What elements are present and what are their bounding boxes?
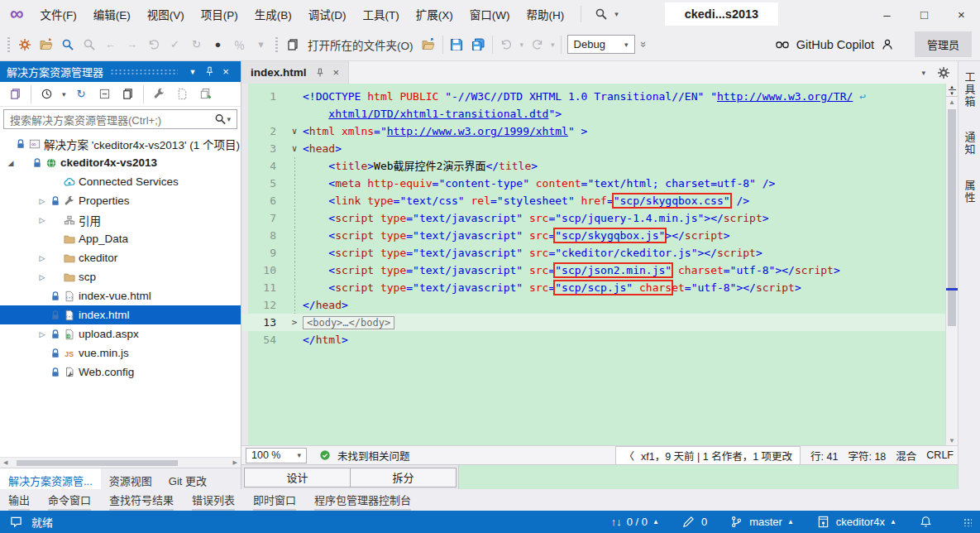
scroll-up-icon[interactable]: ▲: [946, 98, 958, 106]
switch-views-icon[interactable]: [7, 86, 23, 102]
line-indicator[interactable]: 行: 41: [810, 448, 838, 463]
tree-item-scp[interactable]: ▷scp: [0, 267, 241, 286]
tree-expander-icon[interactable]: ▷: [36, 216, 48, 224]
tree-expander-icon[interactable]: ▷: [36, 273, 48, 281]
titlebar-search[interactable]: ▾: [590, 7, 622, 22]
menu-item[interactable]: 文件(F): [31, 2, 84, 26]
collapse-all-icon[interactable]: [97, 86, 112, 102]
tree-expander-icon[interactable]: ◢: [5, 159, 17, 167]
feedback-bubble-icon[interactable]: [8, 514, 24, 530]
caret-icon[interactable]: ▾: [253, 36, 269, 52]
tree-item--[interactable]: ▷引用: [0, 210, 241, 229]
redo-dropdown-icon[interactable]: ▾: [551, 41, 555, 49]
vertical-scrollbar[interactable]: ▴▾ ▲ ▼: [945, 84, 958, 445]
undo-small-icon[interactable]: [146, 36, 161, 52]
breakpoint-icon[interactable]: ●: [210, 36, 226, 52]
menu-item[interactable]: 项目(P): [193, 2, 246, 26]
bottom-tab-查找符号结果[interactable]: 查找符号结果: [109, 492, 174, 511]
show-all-files-icon[interactable]: [174, 86, 190, 102]
bottom-tab-错误列表[interactable]: 错误列表: [192, 492, 235, 511]
fold-toggle-icon[interactable]: >: [286, 314, 303, 331]
forward-icon[interactable]: →: [124, 36, 140, 52]
open-file-icon[interactable]: [38, 36, 54, 52]
bottom-tab-程序包管理器控制台[interactable]: 程序包管理器控制台: [314, 492, 411, 511]
tree-item-upload.aspx[interactable]: ▷upload.aspx: [0, 324, 241, 343]
code-line-3[interactable]: 3∨<head>: [241, 140, 945, 157]
chevron-down-icon[interactable]: ▾: [614, 10, 619, 18]
toolbar-overflow-button[interactable]: »: [638, 41, 650, 47]
tree-item-ckeditor4x-vs2013[interactable]: ◢ckeditor4x-vs2013: [0, 153, 241, 172]
tree-item-connected-services[interactable]: Connected Services: [0, 172, 241, 191]
side-tab-通知[interactable]: 通知: [962, 132, 978, 156]
git-repo-selector[interactable]: ckeditor4x ▲: [815, 514, 896, 530]
sync-active-icon[interactable]: [198, 86, 213, 102]
documents-icon[interactable]: [284, 36, 300, 52]
tree-expander-icon[interactable]: ▷: [36, 197, 48, 205]
scroll-right-icon[interactable]: ▶: [233, 459, 237, 466]
pending-edits-status[interactable]: 0: [681, 514, 707, 530]
toolbar-grip[interactable]: [275, 36, 279, 53]
tree-expander-icon[interactable]: ▷: [36, 254, 48, 262]
code-line-7[interactable]: 7 <script type="text/javascript" src="sc…: [241, 209, 945, 227]
toolbar-grip[interactable]: [7, 36, 11, 53]
resize-grip[interactable]: [963, 518, 972, 526]
tree-item-index-vue.html[interactable]: index-vue.html: [0, 286, 241, 305]
save-button[interactable]: [449, 36, 465, 52]
panel-tab--[interactable]: 资源视图: [101, 468, 160, 489]
horizontal-scrollbar[interactable]: ◀ ▶: [0, 457, 241, 468]
bottom-tab-即时窗口[interactable]: 即时窗口: [253, 492, 296, 511]
refresh-icon[interactable]: ↻: [74, 86, 89, 102]
code-line-1[interactable]: 1<!DOCTYPE html PUBLIC "-//W3C//DTD XHTM…: [241, 88, 945, 105]
tab-index-html[interactable]: index.html ×: [241, 61, 349, 84]
document-health[interactable]: 未找到相关问题: [317, 448, 410, 463]
menu-item[interactable]: 扩展(X): [408, 2, 461, 26]
properties-pages-icon[interactable]: [120, 86, 136, 102]
code-editor[interactable]: 1<!DOCTYPE html PUBLIC "-//W3C//DTD XHTM…: [241, 84, 958, 445]
scroll-left-icon[interactable]: ◀: [3, 459, 7, 466]
view-button-拆分[interactable]: 拆分: [350, 468, 457, 487]
menu-item[interactable]: 调试(D): [300, 2, 355, 26]
bottom-tab-输出[interactable]: 输出: [8, 492, 30, 511]
history-icon[interactable]: [39, 86, 55, 102]
fold-toggle-icon[interactable]: ∨: [286, 140, 303, 157]
search-icon[interactable]: [214, 113, 227, 126]
active-files-dropdown-icon[interactable]: ▾: [921, 69, 925, 77]
code-line-12[interactable]: 12</head>: [241, 296, 945, 314]
chevron-down-icon[interactable]: ▾: [227, 115, 231, 123]
scrollbar-thumb[interactable]: [948, 109, 956, 326]
undo-button[interactable]: [499, 36, 514, 52]
git-blame-info[interactable]: 〈 xf1，9 天前 | 1 名作者，1 项更改: [615, 446, 801, 465]
menu-item[interactable]: 帮助(H): [518, 2, 572, 26]
git-branch-selector[interactable]: master ▲: [729, 514, 794, 530]
chevron-down-icon[interactable]: ▾: [62, 90, 66, 98]
code-line-8[interactable]: 8 <script type="text/javascript" src="sc…: [241, 227, 945, 244]
refresh-doc-icon[interactable]: ↻: [189, 36, 204, 52]
split-editor-handle[interactable]: ▴▾: [946, 84, 958, 97]
maximize-button[interactable]: □: [906, 0, 943, 28]
code-line-4[interactable]: 4 <title>Web截屏控件2演示界面</title>: [241, 157, 945, 175]
back-icon[interactable]: ←: [103, 36, 118, 52]
tree-item--ckeditor4x-vs2013-1-[interactable]: ∞解决方案 'ckeditor4x-vs2013' (1 个项目): [0, 134, 241, 153]
codelens-chevron-icon[interactable]: 〈: [624, 448, 634, 463]
redo-button[interactable]: [529, 36, 545, 52]
save-all-button[interactable]: [471, 36, 486, 52]
char-indicator[interactable]: 字符: 18: [848, 448, 886, 463]
solution-explorer-titlebar[interactable]: 解决方案资源管理器 ▼ ×: [0, 61, 241, 82]
scroll-down-icon[interactable]: ▼: [946, 437, 958, 444]
code-line-11[interactable]: 11 <script type="text/javascript" src="s…: [241, 279, 945, 296]
code-line-wrap[interactable]: xhtml1/DTD/xhtml1-transitional.dtd">: [241, 105, 945, 122]
pin-tab-icon[interactable]: [314, 67, 326, 79]
tree-item-ckeditor[interactable]: ▷ckeditor: [0, 248, 241, 267]
menu-item[interactable]: 工具(T): [354, 2, 407, 26]
close-panel-icon[interactable]: ×: [218, 65, 234, 78]
eol-indicator[interactable]: CRLF: [926, 449, 954, 461]
tree-item-properties[interactable]: ▷Properties: [0, 191, 241, 210]
code-line-5[interactable]: 5 <meta http-equiv="content-type" conten…: [241, 175, 945, 192]
close-tab-icon[interactable]: ×: [333, 66, 340, 79]
code-line-54[interactable]: 54</html>: [241, 331, 945, 348]
menu-item[interactable]: 生成(B): [246, 2, 300, 26]
spellcheck-icon[interactable]: ✓: [167, 36, 183, 52]
window-position-icon[interactable]: ▼: [184, 68, 201, 76]
menu-item[interactable]: 窗口(W): [461, 2, 519, 26]
person-icon[interactable]: [880, 36, 896, 52]
